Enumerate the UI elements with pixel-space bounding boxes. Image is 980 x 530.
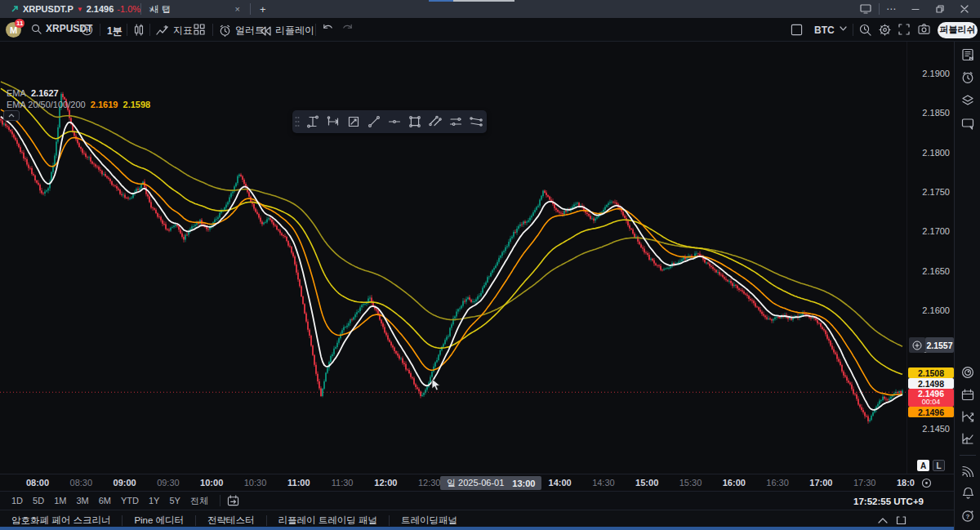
- watchlist-icon[interactable]: [960, 47, 975, 62]
- mouse-cursor: [431, 378, 441, 391]
- range-button-6m[interactable]: 6M: [94, 494, 116, 507]
- draw-tool-date-price-range-icon[interactable]: [343, 112, 363, 131]
- window-bottom-edge: [0, 527, 980, 530]
- layout-select-button[interactable]: [791, 24, 803, 36]
- price-tick: 2.1700: [922, 226, 950, 236]
- rewind-icon: [260, 26, 271, 36]
- window-close-icon[interactable]: [957, 0, 972, 18]
- range-button-1d[interactable]: 1D: [7, 494, 28, 507]
- publish-button[interactable]: 퍼블리쉬: [938, 22, 978, 38]
- log-scale-button[interactable]: L: [933, 460, 945, 471]
- time-tick: 09:30: [157, 478, 180, 488]
- panel-maximize-icon[interactable]: [896, 516, 906, 525]
- browser-tab-xrpusdt[interactable]: XRPUSDT.P ▼ 2.1496 -1.0% ×: [5, 0, 161, 18]
- draw-tool-parallel-channel-icon[interactable]: [425, 112, 445, 131]
- signal-icon[interactable]: [960, 463, 975, 478]
- chart-pane[interactable]: TradingView EMA 2.1627 EMA 20/50/100/200…: [0, 42, 906, 474]
- go-to-date-button[interactable]: [227, 495, 239, 506]
- tradingview-window: XRPUSDT.P ▼ 2.1496 -1.0% × 새 탭 × + ⋯ M 1…: [0, 0, 980, 530]
- legend-ema50-value: 2.1619: [91, 100, 118, 109]
- layout-square-icon: [791, 24, 803, 36]
- tab-separator: [250, 3, 251, 15]
- top-strip-blue: [429, 0, 453, 2]
- draw-tool-date-range-icon[interactable]: [323, 112, 343, 131]
- snapshot-button[interactable]: [918, 24, 930, 34]
- draw-tool-price-range-icon[interactable]: [302, 112, 323, 131]
- range-button-1m[interactable]: 1M: [49, 494, 71, 507]
- bottom-toolbar: 1D5D1M3M6MYTD1Y5Y전체 17:52:55 UTC+9: [0, 491, 954, 510]
- draw-tool-flat-channel-icon[interactable]: [445, 112, 466, 131]
- draw-tool-horizontal-line-icon[interactable]: [384, 112, 404, 131]
- chat-icon[interactable]: [960, 116, 975, 131]
- draw-tool-trend-line-icon[interactable]: [363, 112, 384, 131]
- settings-button[interactable]: [879, 24, 891, 36]
- templates-grid-icon: [194, 24, 205, 35]
- price-axis[interactable]: 2.19002.18502.18002.17502.17002.16502.16…: [906, 42, 954, 474]
- compare-add-symbol-button[interactable]: [81, 24, 93, 36]
- browser-menu-icon[interactable]: ⋯: [884, 0, 898, 18]
- last-price-label: 2.149600:04: [908, 389, 954, 407]
- redo-button[interactable]: [341, 24, 354, 33]
- range-button-5y[interactable]: 5Y: [164, 494, 185, 507]
- chevron-down-icon[interactable]: [840, 26, 847, 31]
- indicators-button[interactable]: 지표: [156, 24, 193, 38]
- window-restore-icon[interactable]: [933, 0, 947, 18]
- panel-expand-icon[interactable]: [878, 518, 888, 523]
- price-tick: 2.1650: [922, 266, 950, 276]
- time-tick: 14:30: [592, 478, 615, 488]
- draw-tool-rectangle-icon[interactable]: [404, 112, 425, 131]
- tab-price: 2.1496: [87, 4, 114, 14]
- legend-ema-row[interactable]: EMA 2.1627: [7, 87, 150, 99]
- calendar-icon[interactable]: [960, 387, 975, 402]
- range-button-3m[interactable]: 3M: [71, 494, 93, 507]
- legend-ema-multi-row[interactable]: EMA 20/50/100/200 2.1619 2.1598: [7, 99, 150, 110]
- trades-icon[interactable]: [960, 431, 975, 446]
- time-axis[interactable]: 08:0008:3009:0009:3010:0010:3011:0011:30…: [0, 474, 954, 491]
- fullscreen-button[interactable]: [898, 24, 910, 35]
- quote-currency-button[interactable]: BTC: [814, 24, 835, 36]
- floating-drawing-toolbar[interactable]: [292, 110, 487, 133]
- tab2-close-icon[interactable]: ×: [235, 4, 240, 14]
- notifications-bell-icon[interactable]: [960, 486, 975, 501]
- time-tick: 14:00: [549, 478, 572, 488]
- browser-tab-new[interactable]: 새 탭 ×: [144, 0, 247, 18]
- down-candle-bodies: [0, 94, 902, 421]
- axis-add-alert-button[interactable]: [909, 337, 925, 353]
- replay-button[interactable]: 리플레이: [260, 24, 314, 38]
- ema-axis-label: 2.1508: [908, 367, 954, 378]
- help-icon[interactable]: ?: [960, 509, 975, 523]
- new-tab-button[interactable]: +: [253, 0, 273, 18]
- range-button-전체[interactable]: 전체: [185, 493, 213, 509]
- hotlist-icon[interactable]: [960, 365, 975, 380]
- fullscreen-icon: [898, 24, 910, 35]
- ideas-icon[interactable]: [960, 409, 975, 424]
- main-toolbar: M 11 XRPUSDT 1분 지표 얼러트 리플레이 BTC: [0, 18, 980, 42]
- auto-scale-button[interactable]: A: [917, 460, 929, 471]
- tab-symbol: XRPUSDT.P: [23, 4, 74, 14]
- time-tick: 08:30: [70, 478, 93, 488]
- cast-screen-icon[interactable]: [858, 0, 874, 18]
- range-button-1y[interactable]: 1Y: [144, 494, 164, 507]
- axis-settings-icon[interactable]: [921, 478, 932, 488]
- market-clock-button[interactable]: [859, 24, 871, 36]
- alert-button[interactable]: 얼러트: [219, 24, 265, 38]
- right-sidebar: ?: [954, 42, 980, 530]
- range-button-ytd[interactable]: YTD: [116, 494, 144, 507]
- range-button-5d[interactable]: 5D: [28, 494, 49, 507]
- draw-tool-disjoint-channel-icon[interactable]: [466, 112, 486, 131]
- indicator-templates-button[interactable]: [194, 24, 205, 35]
- interval-button[interactable]: 1분: [107, 24, 122, 38]
- chart-style-button[interactable]: [133, 24, 145, 36]
- tab2-label: 새 탭: [150, 3, 171, 16]
- drag-handle[interactable]: [292, 116, 302, 127]
- window-minimize-icon[interactable]: [908, 0, 923, 18]
- time-tick: 16:30: [766, 478, 789, 488]
- up-candle-bodies: [3, 94, 903, 421]
- layers-icon[interactable]: [960, 93, 975, 108]
- undo-button[interactable]: [322, 24, 334, 33]
- alerts-clock-icon[interactable]: [960, 70, 975, 85]
- legend-collapse-button[interactable]: [3, 110, 20, 121]
- price-tick: 2.1750: [922, 187, 950, 197]
- tab-price-arrow-icon: ▼: [77, 6, 83, 13]
- clock-display[interactable]: 17:52:55 UTC+9: [853, 492, 924, 510]
